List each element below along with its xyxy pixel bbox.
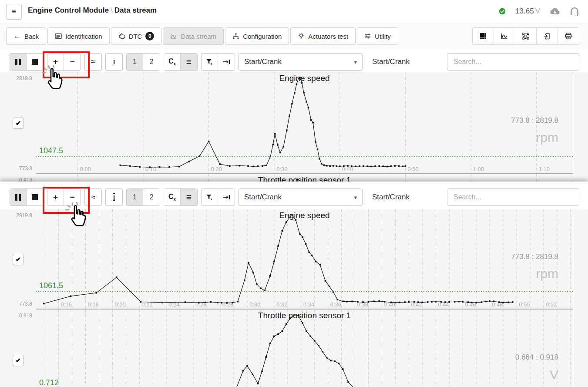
status-ok-icon [499, 8, 506, 15]
plus-icon: + [53, 57, 58, 67]
stop-button[interactable] [27, 189, 43, 205]
clear-filter-button[interactable]: x [202, 54, 218, 70]
list-view-button[interactable]: ≡ [181, 189, 197, 205]
chevron-down-icon: ▾ [354, 194, 357, 201]
list-view-button[interactable]: ≡ [181, 54, 197, 70]
reset-zoom-button[interactable]: Cx [164, 189, 181, 205]
zoom-in-button[interactable]: + [47, 189, 64, 205]
minus-icon: − [70, 57, 74, 67]
tab-configuration[interactable]: Configuration [225, 27, 289, 45]
pause-button[interactable] [10, 54, 27, 70]
series-line [120, 77, 405, 167]
chart-row: 0.918 0.664 ✔ 0:000:100:200:300:400:501:… [0, 174, 588, 182]
smooth-icon: ≈ [91, 57, 95, 67]
breadcrumb-module: Engine Control Module [28, 6, 109, 14]
clear-filter-button[interactable]: x [202, 189, 218, 205]
plot-area[interactable]: 0:160:180:200:220:240:260:280:300:320:34… [36, 310, 573, 387]
zoom-out-button[interactable]: − [64, 189, 81, 205]
tab-dtc[interactable]: DTC 0 [111, 27, 162, 45]
y-max-label: 0.918 [0, 177, 32, 182]
plot-area[interactable]: 0:000:100:200:300:400:501:001:10 Throttl… [36, 174, 573, 182]
page-1-button[interactable]: 1 [127, 54, 143, 70]
grid-icon [480, 33, 487, 40]
chart-title: Engine speed [36, 74, 573, 83]
tab-back[interactable]: ← Back [6, 27, 46, 45]
svg-text:0:32: 0:32 [276, 301, 287, 308]
smoothing-button[interactable]: ≈ [85, 189, 101, 205]
plot-area[interactable]: 0:160:180:200:220:240:260:280:300:320:34… [36, 209, 573, 310]
svg-text:0:20: 0:20 [114, 301, 125, 308]
reset-zoom-button[interactable]: Cx [164, 54, 181, 70]
smoothing-button[interactable]: ≈ [85, 54, 101, 70]
chart-toolbar: + − ≈ I 1 2 Cx ≡ x [10, 53, 410, 71]
stop-button[interactable] [27, 54, 43, 70]
unit-label: V [550, 367, 558, 382]
engine-icon [118, 33, 125, 40]
check-icon: ✔ [16, 357, 21, 364]
filter-clear-icon: x [206, 58, 213, 66]
check-icon: ✔ [16, 119, 21, 127]
page-2-button[interactable]: 2 [143, 189, 160, 205]
grid-view-button[interactable] [473, 28, 494, 44]
pause-button[interactable] [10, 189, 27, 205]
go-to-end-button[interactable] [218, 189, 235, 205]
svg-text:0:30: 0:30 [249, 301, 260, 308]
line-chart-icon [501, 33, 508, 40]
search-input[interactable] [447, 188, 579, 206]
svg-text:0:16: 0:16 [61, 301, 72, 308]
breadcrumb: Engine Control Module\Data stream [28, 6, 157, 15]
svg-text:1:00: 1:00 [473, 166, 484, 172]
plot-area[interactable]: 0:000:100:200:300:400:501:001:10 Engine … [36, 72, 573, 174]
chart-view-button[interactable] [494, 28, 515, 44]
fit-vertical-button[interactable]: I [106, 189, 122, 205]
print-button[interactable] [558, 28, 579, 44]
range-label: 773.8 : 2819.8 [511, 116, 558, 125]
group-select-dropdown[interactable]: Start/Crank ▾ [239, 188, 363, 206]
svg-text:0:00: 0:00 [80, 166, 91, 172]
zoom-in-button[interactable]: + [47, 54, 64, 70]
y-min-label: 773.8 [0, 165, 32, 172]
battery-voltage: 13.65V [515, 7, 540, 16]
go-to-end-button[interactable] [218, 54, 235, 70]
chart-row: 2819.8 773.8 ✔ 0:000:100:200:300:400:501… [0, 72, 588, 174]
series-plot: 0:160:180:200:220:240:260:280:300:320:34… [36, 209, 573, 310]
dtc-count-badge: 0 [145, 32, 154, 40]
datastream-panel-top: + − ≈ I 1 2 Cx ≡ x [0, 49, 588, 182]
search-input[interactable] [447, 53, 579, 71]
fit-vertical-button[interactable]: I [106, 54, 122, 70]
select-area-button[interactable] [515, 28, 537, 44]
stop-icon [32, 194, 38, 200]
series-visible-checkbox[interactable]: ✔ [13, 355, 24, 366]
fit-vertical-icon: I [113, 194, 115, 201]
voltage-unit: V [535, 7, 540, 15]
zoom-out-button[interactable]: − [64, 54, 81, 70]
unit-label: rpm [536, 266, 558, 281]
tab-data-stream: Data stream [163, 27, 224, 45]
y-min-label: 773.8 [0, 301, 32, 307]
y-max-label: 2819.8 [0, 212, 32, 219]
headset-icon[interactable] [570, 7, 579, 16]
series-line [49, 315, 510, 387]
plus-icon: + [53, 192, 58, 202]
svg-text:0:20: 0:20 [211, 166, 222, 172]
filter-clear-icon: x [206, 194, 213, 201]
export-button[interactable] [537, 28, 558, 44]
svg-text:0:18: 0:18 [88, 301, 99, 308]
cloud-download-icon[interactable] [550, 7, 560, 15]
printer-icon [565, 33, 572, 40]
tab-actuators-test[interactable]: Actuators test [290, 27, 356, 45]
series-visible-checkbox[interactable]: ✔ [13, 254, 24, 265]
group-select-value: Start/Crank [244, 193, 282, 202]
group-select-dropdown[interactable]: Start/Crank ▾ [239, 53, 363, 71]
voltage-value: 13.65 [515, 7, 534, 15]
tab-utility[interactable]: Utility [357, 27, 398, 45]
page-2-button[interactable]: 2 [143, 54, 160, 70]
identification-icon [55, 33, 62, 40]
range-label: 773.8 : 2819.8 [511, 252, 558, 261]
tab-label: Utility [375, 33, 391, 40]
tab-identification[interactable]: Identification [47, 27, 109, 45]
range-label: 0.664 : 0.918 [515, 353, 558, 362]
page-1-button[interactable]: 1 [127, 189, 143, 205]
hamburger-menu-button[interactable]: ≡ [6, 4, 22, 20]
series-visible-checkbox[interactable]: ✔ [13, 118, 24, 129]
